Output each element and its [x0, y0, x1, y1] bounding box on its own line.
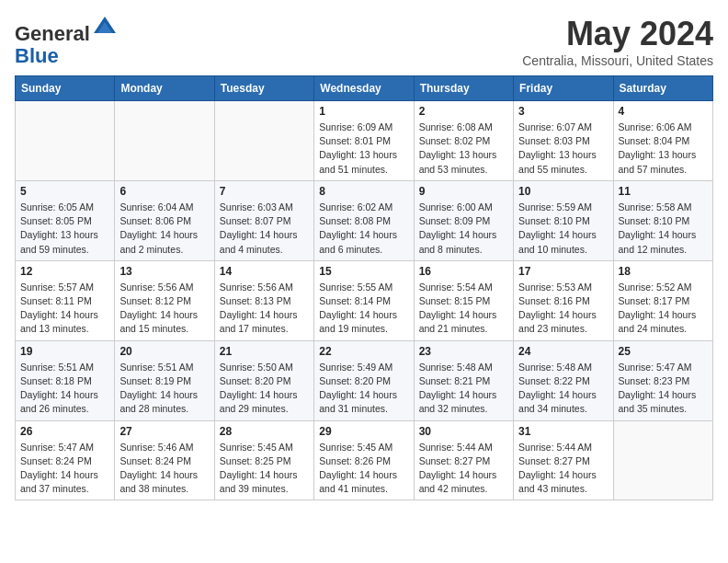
day-info: Sunrise: 5:55 AM Sunset: 8:14 PM Dayligh… [319, 281, 408, 337]
day-cell: 30Sunrise: 5:44 AM Sunset: 8:27 PM Dayli… [414, 420, 513, 500]
day-header-thursday: Thursday [414, 76, 513, 101]
header-row: SundayMondayTuesdayWednesdayThursdayFrid… [16, 76, 713, 101]
week-row-1: 1Sunrise: 6:09 AM Sunset: 8:01 PM Daylig… [16, 101, 713, 181]
day-cell: 5Sunrise: 6:05 AM Sunset: 8:05 PM Daylig… [16, 180, 115, 260]
day-number: 22 [319, 345, 408, 358]
day-number: 12 [20, 265, 109, 278]
day-header-saturday: Saturday [613, 76, 712, 101]
day-cell [214, 101, 313, 181]
day-info: Sunrise: 5:44 AM Sunset: 8:27 PM Dayligh… [419, 441, 508, 497]
day-number: 17 [518, 265, 608, 278]
day-info: Sunrise: 5:57 AM Sunset: 8:11 PM Dayligh… [20, 281, 109, 337]
day-cell: 19Sunrise: 5:51 AM Sunset: 8:18 PM Dayli… [16, 340, 115, 420]
week-row-3: 12Sunrise: 5:57 AM Sunset: 8:11 PM Dayli… [16, 260, 713, 340]
day-cell: 10Sunrise: 5:59 AM Sunset: 8:10 PM Dayli… [514, 180, 613, 260]
calendar-table: SundayMondayTuesdayWednesdayThursdayFrid… [15, 75, 713, 500]
logo-general: General [15, 22, 90, 45]
day-number: 8 [319, 185, 408, 198]
day-cell: 27Sunrise: 5:46 AM Sunset: 8:24 PM Dayli… [115, 420, 214, 500]
day-header-sunday: Sunday [16, 76, 115, 101]
day-number: 3 [518, 105, 608, 118]
logo: General Blue [15, 15, 118, 67]
day-info: Sunrise: 6:08 AM Sunset: 8:02 PM Dayligh… [419, 121, 508, 177]
week-row-5: 26Sunrise: 5:47 AM Sunset: 8:24 PM Dayli… [16, 420, 713, 500]
day-info: Sunrise: 6:02 AM Sunset: 8:08 PM Dayligh… [319, 201, 408, 257]
day-header-monday: Monday [115, 76, 214, 101]
day-header-friday: Friday [514, 76, 613, 101]
day-number: 2 [419, 105, 508, 118]
day-info: Sunrise: 5:56 AM Sunset: 8:13 PM Dayligh… [220, 281, 309, 337]
day-number: 31 [518, 425, 608, 438]
month-year-title: May 2024 [522, 15, 713, 53]
day-cell: 2Sunrise: 6:08 AM Sunset: 8:02 PM Daylig… [414, 101, 513, 181]
day-cell: 26Sunrise: 5:47 AM Sunset: 8:24 PM Dayli… [16, 420, 115, 500]
day-info: Sunrise: 5:48 AM Sunset: 8:22 PM Dayligh… [518, 361, 608, 417]
day-info: Sunrise: 5:47 AM Sunset: 8:23 PM Dayligh… [619, 361, 708, 417]
day-number: 1 [319, 105, 408, 118]
day-number: 10 [518, 185, 608, 198]
day-info: Sunrise: 5:59 AM Sunset: 8:10 PM Dayligh… [518, 201, 608, 257]
day-cell: 20Sunrise: 5:51 AM Sunset: 8:19 PM Dayli… [115, 340, 214, 420]
day-info: Sunrise: 6:05 AM Sunset: 8:05 PM Dayligh… [20, 201, 109, 257]
day-cell: 22Sunrise: 5:49 AM Sunset: 8:20 PM Dayli… [314, 340, 414, 420]
day-number: 16 [419, 265, 508, 278]
day-number: 27 [119, 425, 209, 438]
day-cell: 28Sunrise: 5:45 AM Sunset: 8:25 PM Dayli… [214, 420, 313, 500]
day-header-wednesday: Wednesday [314, 76, 414, 101]
day-number: 6 [119, 185, 209, 198]
week-row-4: 19Sunrise: 5:51 AM Sunset: 8:18 PM Dayli… [16, 340, 713, 420]
day-number: 23 [419, 345, 508, 358]
day-number: 13 [119, 265, 209, 278]
day-number: 18 [619, 265, 708, 278]
day-number: 20 [119, 345, 209, 358]
title-block: May 2024 Centralia, Missouri, United Sta… [522, 15, 713, 68]
day-cell: 25Sunrise: 5:47 AM Sunset: 8:23 PM Dayli… [613, 340, 712, 420]
day-cell: 8Sunrise: 6:02 AM Sunset: 8:08 PM Daylig… [314, 180, 414, 260]
day-info: Sunrise: 5:54 AM Sunset: 8:15 PM Dayligh… [419, 281, 508, 337]
day-number: 9 [419, 185, 508, 198]
day-cell: 4Sunrise: 6:06 AM Sunset: 8:04 PM Daylig… [613, 101, 712, 181]
day-number: 26 [20, 425, 109, 438]
day-cell: 7Sunrise: 6:03 AM Sunset: 8:07 PM Daylig… [214, 180, 313, 260]
day-cell: 29Sunrise: 5:45 AM Sunset: 8:26 PM Dayli… [314, 420, 414, 500]
day-cell: 31Sunrise: 5:44 AM Sunset: 8:27 PM Dayli… [514, 420, 613, 500]
day-number: 15 [319, 265, 408, 278]
day-cell: 11Sunrise: 5:58 AM Sunset: 8:10 PM Dayli… [613, 180, 712, 260]
day-cell: 1Sunrise: 6:09 AM Sunset: 8:01 PM Daylig… [314, 101, 414, 181]
day-number: 28 [220, 425, 309, 438]
day-cell: 16Sunrise: 5:54 AM Sunset: 8:15 PM Dayli… [414, 260, 513, 340]
week-row-2: 5Sunrise: 6:05 AM Sunset: 8:05 PM Daylig… [16, 180, 713, 260]
day-cell [115, 101, 214, 181]
day-cell: 15Sunrise: 5:55 AM Sunset: 8:14 PM Dayli… [314, 260, 414, 340]
day-cell: 9Sunrise: 6:00 AM Sunset: 8:09 PM Daylig… [414, 180, 513, 260]
day-info: Sunrise: 5:51 AM Sunset: 8:19 PM Dayligh… [119, 361, 209, 417]
calendar-body: 1Sunrise: 6:09 AM Sunset: 8:01 PM Daylig… [16, 101, 713, 500]
day-number: 14 [220, 265, 309, 278]
day-info: Sunrise: 5:44 AM Sunset: 8:27 PM Dayligh… [518, 441, 608, 497]
day-cell: 23Sunrise: 5:48 AM Sunset: 8:21 PM Dayli… [414, 340, 513, 420]
day-number: 24 [518, 345, 608, 358]
day-info: Sunrise: 5:56 AM Sunset: 8:12 PM Dayligh… [119, 281, 209, 337]
day-cell: 13Sunrise: 5:56 AM Sunset: 8:12 PM Dayli… [115, 260, 214, 340]
day-number: 29 [319, 425, 408, 438]
day-info: Sunrise: 5:51 AM Sunset: 8:18 PM Dayligh… [20, 361, 109, 417]
day-info: Sunrise: 5:47 AM Sunset: 8:24 PM Dayligh… [20, 441, 109, 497]
day-number: 21 [220, 345, 309, 358]
day-info: Sunrise: 5:58 AM Sunset: 8:10 PM Dayligh… [619, 201, 708, 257]
day-cell [613, 420, 712, 500]
day-cell: 6Sunrise: 6:04 AM Sunset: 8:06 PM Daylig… [115, 180, 214, 260]
page-header: General Blue May 2024 Centralia, Missour… [15, 15, 713, 68]
day-info: Sunrise: 5:45 AM Sunset: 8:26 PM Dayligh… [319, 441, 408, 497]
day-cell: 24Sunrise: 5:48 AM Sunset: 8:22 PM Dayli… [514, 340, 613, 420]
day-number: 7 [220, 185, 309, 198]
day-cell: 17Sunrise: 5:53 AM Sunset: 8:16 PM Dayli… [514, 260, 613, 340]
day-cell: 21Sunrise: 5:50 AM Sunset: 8:20 PM Dayli… [214, 340, 313, 420]
day-info: Sunrise: 6:07 AM Sunset: 8:03 PM Dayligh… [518, 121, 608, 177]
day-number: 11 [619, 185, 708, 198]
day-info: Sunrise: 5:52 AM Sunset: 8:17 PM Dayligh… [619, 281, 708, 337]
day-info: Sunrise: 5:50 AM Sunset: 8:20 PM Dayligh… [220, 361, 309, 417]
day-info: Sunrise: 5:48 AM Sunset: 8:21 PM Dayligh… [419, 361, 508, 417]
location-text: Centralia, Missouri, United States [522, 53, 713, 68]
day-cell [16, 101, 115, 181]
logo-text: General Blue [15, 15, 118, 67]
